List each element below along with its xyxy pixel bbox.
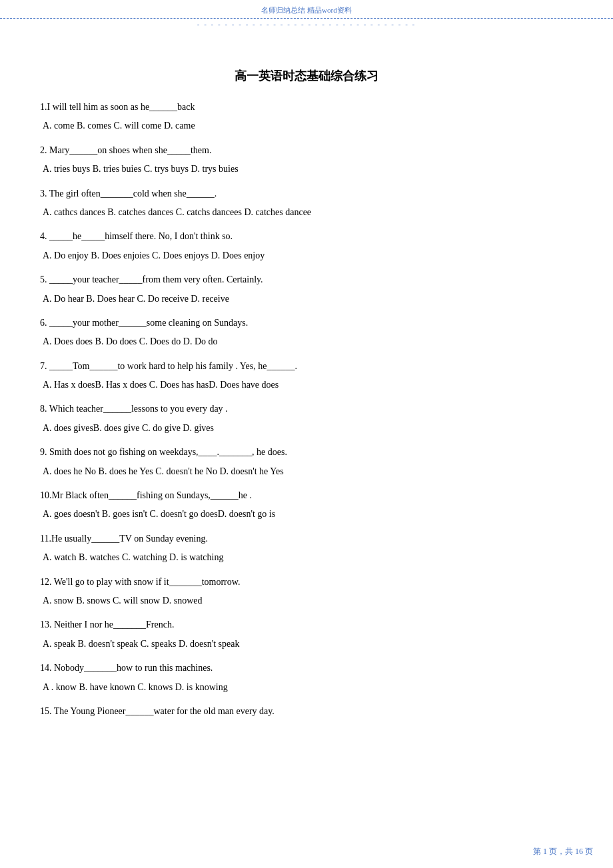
question-block-14: 14. Nobody_______how to run this machine… (40, 661, 573, 695)
question-options-4: A. Do enjoy B. Does enjoies C. Does enjo… (40, 248, 573, 263)
question-block-2: 2. Mary______on shoes when she_____them.… (40, 143, 573, 177)
question-options-14: A . know B. have known C. knows D. is kn… (40, 680, 573, 695)
question-text-14: 14. Nobody_______how to run this machine… (40, 661, 573, 675)
question-options-10: A. goes doesn't B. goes isn't C. doesn't… (40, 507, 573, 522)
question-block-7: 7. _____Tom______to work hard to help hi… (40, 359, 573, 393)
header-dashes: - - - - - - - - - - - - - - - - - - - - … (0, 20, 613, 28)
question-text-3: 3. The girl often_______cold when she___… (40, 187, 573, 201)
question-block-6: 6. _____your mother______some cleaning o… (40, 316, 573, 350)
question-text-9: 9. Smith does not go fishing on weekdays… (40, 445, 573, 460)
question-text-1: 1.I will tell him as soon as he______bac… (40, 100, 573, 115)
question-options-6: A. Does does B. Do does C. Does do D. Do… (40, 334, 573, 349)
question-block-13: 13. Neither I nor he_______French.A. spe… (40, 618, 573, 651)
question-text-10: 10.Mr Black often______fishing on Sunday… (40, 488, 573, 503)
question-block-3: 3. The girl often_______cold when she___… (40, 187, 573, 220)
question-block-4: 4. _____he_____himself there. No, I don'… (40, 229, 573, 263)
question-options-2: A. tries buys B. tries buies C. trys buy… (40, 162, 573, 177)
question-block-12: 12. We'll go to play with snow if it____… (40, 575, 573, 609)
question-block-5: 5. _____your teacher_____from them very … (40, 272, 573, 306)
question-block-1: 1.I will tell him as soon as he______bac… (40, 100, 573, 134)
question-options-7: A. Has x doesB. Has x does C. Does has h… (40, 378, 573, 392)
question-options-5: A. Do hear B. Does hear C. Do receive D.… (40, 292, 573, 306)
question-options-12: A. snow B. snows C. will snow D. snowed (40, 594, 573, 608)
question-block-8: 8. Which teacher______lessons to you eve… (40, 402, 573, 436)
question-block-10: 10.Mr Black often______fishing on Sunday… (40, 488, 573, 522)
page-footer: 第 1 页，共 16 页 (533, 846, 593, 857)
question-text-7: 7. _____Tom______to work hard to help hi… (40, 359, 573, 374)
question-text-4: 4. _____he_____himself there. No, I don'… (40, 229, 573, 244)
question-text-11: 11.He usually______TV on Sunday evening. (40, 532, 573, 546)
question-block-11: 11.He usually______TV on Sunday evening.… (40, 532, 573, 566)
question-text-2: 2. Mary______on shoes when she_____them. (40, 143, 573, 158)
question-options-13: A. speak B. doesn't speak C. speaks D. d… (40, 637, 573, 651)
question-options-8: A. does givesB. does give C. do give D. … (40, 421, 573, 436)
question-text-5: 5. _____your teacher_____from them very … (40, 272, 573, 287)
question-options-1: A. come B. comes C. will come D. came (40, 119, 573, 133)
question-block-9: 9. Smith does not go fishing on weekdays… (40, 445, 573, 479)
question-text-6: 6. _____your mother______some cleaning o… (40, 316, 573, 330)
question-options-11: A. watch B. watches C. watching D. is wa… (40, 550, 573, 565)
header-watermark: 名师归纳总结 精品word资料 (0, 0, 613, 19)
question-options-9: A. does he No B. does he Yes C. doesn't … (40, 464, 573, 479)
question-options-3: A. cathcs dances B. catches dances C. ca… (40, 205, 573, 220)
question-text-8: 8. Which teacher______lessons to you eve… (40, 402, 573, 416)
question-block-15: 15. The Young Pioneer______water for the… (40, 704, 573, 719)
question-text-13: 13. Neither I nor he_______French. (40, 618, 573, 632)
page-title: 高一英语时态基础综合练习 (40, 68, 573, 84)
question-text-15: 15. The Young Pioneer______water for the… (40, 704, 573, 719)
question-text-12: 12. We'll go to play with snow if it____… (40, 575, 573, 590)
